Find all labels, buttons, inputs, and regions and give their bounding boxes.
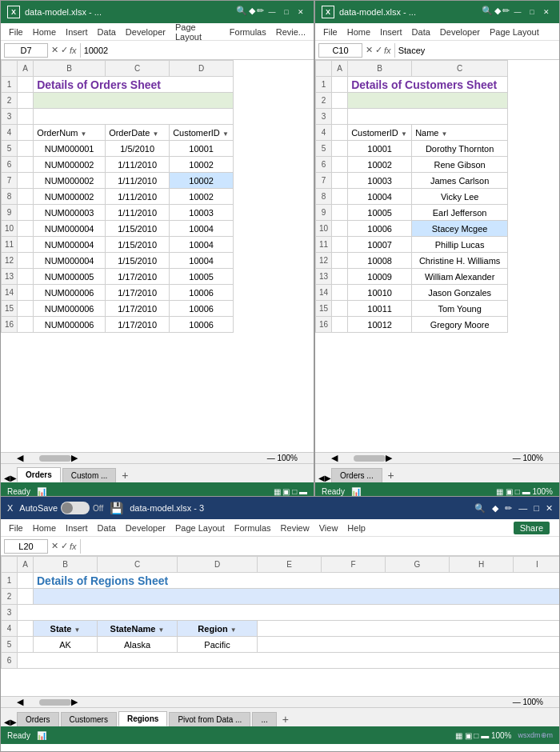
cell-d16[interactable]: 10006 — [170, 317, 234, 333]
regions-formula-input[interactable] — [80, 539, 556, 554]
cell-d8[interactable]: 10002 — [170, 189, 234, 205]
tab-add-cust[interactable]: + — [384, 468, 398, 482]
cust-cell-a13[interactable] — [332, 269, 348, 285]
reg-col-d[interactable]: D — [178, 557, 258, 573]
cell-a7[interactable] — [18, 173, 34, 189]
minimize-btn-tl[interactable]: — — [266, 6, 278, 18]
orders-scrollbar-h[interactable]: ◀ ▶ — 100% — [1, 452, 314, 463]
cell-b15[interactable]: NUM000006 — [34, 301, 106, 317]
cell-b12[interactable]: NUM000004 — [34, 253, 106, 269]
menu-insert-tr[interactable]: Insert — [375, 26, 407, 38]
col-header-d[interactable]: D — [170, 61, 234, 77]
menu-formulas-b[interactable]: Formulas — [230, 522, 276, 534]
cust-cell-a10[interactable] — [332, 221, 348, 237]
reg-col-b[interactable]: B — [34, 557, 98, 573]
menu-pagelayout-tr[interactable]: Page Layout — [485, 26, 544, 38]
orders-thumb[interactable] — [39, 455, 71, 462]
cust-cell-a15[interactable] — [332, 301, 348, 317]
cell-c12[interactable]: 1/15/2010 — [106, 253, 170, 269]
menu-formulas-tl[interactable]: Formulas — [225, 26, 271, 38]
tab-orders-cust[interactable]: Orders ... — [331, 468, 382, 482]
menu-home-b[interactable]: Home — [28, 522, 61, 534]
menu-pagelayout-tl[interactable]: Page Layout — [170, 21, 225, 43]
cust-cell-a2[interactable] — [332, 93, 348, 109]
cell-a15[interactable] — [18, 301, 34, 317]
cell-c5[interactable]: 1/5/2010 — [106, 141, 170, 157]
scroll-right-regions[interactable]: ▶ — [71, 697, 78, 707]
tab-nav-left-orders[interactable]: ◀ — [4, 474, 10, 482]
cust-cell-c6[interactable]: Rene Gibson — [412, 157, 508, 173]
filter-ordernum[interactable]: ▼ — [81, 130, 87, 138]
regions-thumb[interactable] — [39, 699, 71, 706]
scroll-right-orders[interactable]: ▶ — [71, 453, 78, 463]
maximize-btn-tl[interactable]: □ — [280, 6, 293, 18]
cell-c13[interactable]: 1/17/2010 — [106, 269, 170, 285]
cust-cell-a6[interactable] — [332, 157, 348, 173]
cell-b9[interactable]: NUM000003 — [34, 205, 106, 221]
cell-d9[interactable]: 10003 — [170, 205, 234, 221]
cell-a11[interactable] — [18, 237, 34, 253]
menu-file-tr[interactable]: File — [318, 26, 342, 38]
menu-developer-tl[interactable]: Developer — [121, 26, 170, 38]
search-icon-tl[interactable]: 🔍 — [236, 6, 247, 18]
cust-cell-b12[interactable]: 10008 — [348, 253, 412, 269]
cell-c10[interactable]: 1/15/2010 — [106, 221, 170, 237]
scroll-left-orders[interactable]: ◀ — [17, 453, 23, 463]
reg-col-a[interactable]: A — [18, 557, 34, 573]
cust-cell-a1[interactable] — [332, 77, 348, 93]
cell-a12[interactable] — [18, 253, 34, 269]
cust-cell-b15[interactable]: 10011 — [348, 301, 412, 317]
menu-data-tr[interactable]: Data — [407, 26, 435, 38]
col-header-region[interactable]: Region ▼ — [178, 621, 258, 637]
reg-cell-d5[interactable]: Pacific — [178, 637, 258, 653]
cust-cell-c16[interactable]: Gregory Moore — [412, 317, 508, 333]
cell-b11[interactable]: NUM000004 — [34, 237, 106, 253]
menu-developer-tr[interactable]: Developer — [435, 26, 485, 38]
menu-data-b[interactable]: Data — [93, 522, 121, 534]
cell-a16[interactable] — [18, 317, 34, 333]
reg-col-g[interactable]: G — [386, 557, 450, 573]
tab-nav-right-orders[interactable]: ▶ — [10, 474, 17, 482]
cust-cell-c7[interactable]: James Carlson — [412, 173, 508, 189]
cell-a3[interactable] — [18, 109, 34, 125]
menu-insert-b[interactable]: Insert — [61, 522, 93, 534]
cust-cell-c5[interactable]: Dorothy Thornton — [412, 141, 508, 157]
search-icon-bottom[interactable]: 🔍 — [474, 503, 486, 514]
cell-c8[interactable]: 1/11/2010 — [106, 189, 170, 205]
pencil-icon-tl[interactable]: ✏ — [257, 6, 264, 18]
customers-scrollbar-h[interactable]: ◀ ▶ — 100% — [315, 452, 559, 463]
tab-nav-left-cust[interactable]: ◀ — [318, 474, 325, 482]
cell-c14[interactable]: 1/17/2010 — [106, 285, 170, 301]
filter-state[interactable]: ▼ — [74, 626, 81, 634]
tab-add-regions[interactable]: + — [278, 712, 293, 726]
customers-thumb[interactable] — [354, 455, 386, 462]
tab-nav-left-regions[interactable]: ◀ — [4, 718, 10, 726]
cust-cell-a3[interactable] — [332, 109, 348, 125]
cell-a4[interactable] — [18, 125, 34, 141]
cust-cell-a14[interactable] — [332, 285, 348, 301]
cell-d10[interactable]: 10004 — [170, 221, 234, 237]
cust-cell-a16[interactable] — [332, 317, 348, 333]
cell-b14[interactable]: NUM000006 — [34, 285, 106, 301]
cust-col-a[interactable]: A — [332, 61, 348, 77]
cell-a5[interactable] — [18, 141, 34, 157]
menu-developer-b[interactable]: Developer — [121, 522, 170, 534]
filter-region[interactable]: ▼ — [230, 626, 237, 634]
close-btn-bottom[interactable]: ✕ — [546, 503, 553, 514]
cell-c6[interactable]: 1/11/2010 — [106, 157, 170, 173]
cell-d7[interactable]: 10002 — [170, 173, 234, 189]
cust-cell-c11[interactable]: Phillip Lucas — [412, 237, 508, 253]
cust-cell-c15[interactable]: Tom Young — [412, 301, 508, 317]
cell-b16[interactable]: NUM000006 — [34, 317, 106, 333]
cell-b5[interactable]: NUM000001 — [34, 141, 106, 157]
cust-cell-a8[interactable] — [332, 189, 348, 205]
cust-cell-a5[interactable] — [332, 141, 348, 157]
maximize-btn-tr[interactable]: □ — [526, 6, 538, 18]
scroll-left-regions[interactable]: ◀ — [17, 697, 23, 707]
cell-b10[interactable]: NUM000004 — [34, 221, 106, 237]
cell-c7[interactable]: 1/11/2010 — [106, 173, 170, 189]
tab-customers-regions[interactable]: Customers — [61, 712, 117, 726]
comments-button[interactable]: Comments — [453, 521, 510, 535]
orders-cell-ref[interactable] — [4, 43, 48, 58]
tab-add-orders[interactable]: + — [118, 468, 132, 482]
